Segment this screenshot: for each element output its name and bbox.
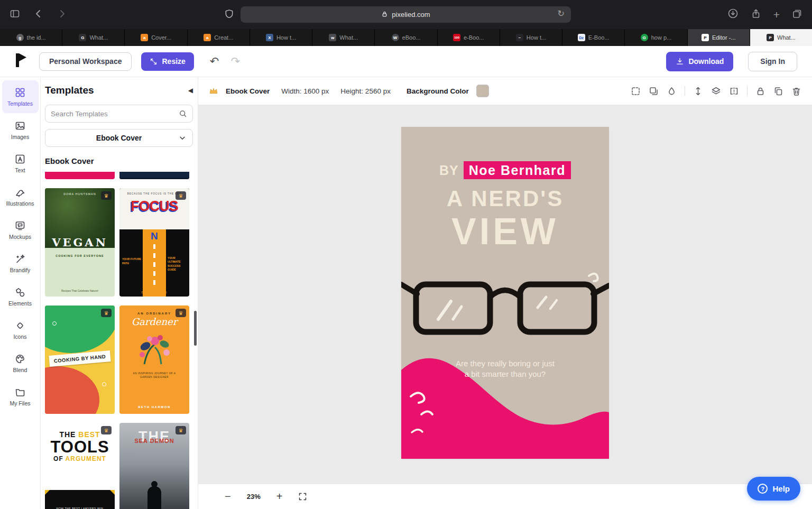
panel-title: Templates: [45, 85, 94, 96]
layers-icon[interactable]: [711, 86, 721, 96]
sidebar-item-brandify[interactable]: Brandify: [2, 247, 39, 280]
template-thumb-gardener[interactable]: ♛ AN ORDINARY Gardener AN INSPIRING JOUR…: [119, 306, 189, 414]
height-label: Height: 2560 px: [340, 87, 391, 95]
downloads-icon[interactable]: [727, 8, 739, 21]
browser-tab[interactable]: PWhat...: [750, 29, 812, 46]
address-bar[interactable]: pixelied.com ↻: [241, 6, 571, 23]
cover-title-line1[interactable]: A NERD'S: [401, 186, 609, 211]
tab-favicon: G: [641, 34, 648, 41]
back-icon[interactable]: [34, 9, 43, 21]
delete-icon[interactable]: [791, 86, 801, 96]
browser-tab[interactable]: aCover...: [125, 29, 187, 46]
tab-favicon: P: [767, 34, 774, 41]
search-box[interactable]: [45, 105, 193, 123]
sidebar-item-label: Blend: [13, 367, 27, 373]
zoom-in-button[interactable]: +: [276, 491, 283, 503]
brandify-icon: [15, 254, 25, 264]
cover-title-line2[interactable]: VIEW: [401, 210, 609, 253]
premium-crown-icon: ♛: [176, 309, 186, 317]
flip-vertical-icon[interactable]: [693, 86, 703, 96]
browser-tab[interactable]: DzE-Boo...: [562, 29, 625, 46]
canvas[interactable]: BYNoe Bernhard A NERD'S VIEW: [198, 105, 812, 484]
workspace-button[interactable]: Personal Workspace: [39, 52, 132, 71]
ebook-cover-artboard[interactable]: BYNoe Bernhard A NERD'S VIEW: [401, 127, 609, 459]
lock-icon: [381, 11, 388, 19]
panel-scrollbar[interactable]: [194, 311, 197, 346]
thumb-text: SEA DEMON: [134, 438, 174, 444]
search-input[interactable]: [51, 110, 174, 118]
new-tab-icon[interactable]: +: [773, 9, 780, 20]
sidebar: Templates Images Text Illustrations Mock…: [0, 77, 41, 509]
template-thumb-partial[interactable]: [119, 172, 189, 179]
redo-icon[interactable]: ↷: [230, 55, 240, 68]
cover-by-text: BY: [439, 163, 459, 178]
flip-horizontal-icon[interactable]: [729, 86, 739, 96]
template-thumb-sea-demon[interactable]: ♛ THE SEA DEMON MEREDITH MOORE: [119, 423, 189, 509]
lock-icon[interactable]: [755, 86, 765, 96]
duplicate-page-icon[interactable]: [649, 86, 659, 96]
sidebar-item-blend[interactable]: Blend: [2, 347, 39, 380]
signin-button[interactable]: Sign In: [748, 52, 797, 71]
category-selected: Ebook Cover: [96, 134, 142, 142]
tab-favicon: a: [141, 34, 148, 41]
browser-tab[interactable]: GWhat...: [62, 29, 125, 46]
browser-tab[interactable]: WeBoo...: [375, 29, 437, 46]
premium-crown-icon: ♛: [176, 191, 186, 200]
sidebar-toggle-icon[interactable]: [10, 8, 20, 21]
position-icon[interactable]: [631, 86, 641, 96]
template-thumb-vegan[interactable]: ♛ DORA HUNTSMAN VEGAN COOKING FOR EVERYO…: [45, 188, 115, 297]
images-icon: [15, 121, 25, 131]
sidebar-item-elements[interactable]: Elements: [2, 280, 39, 313]
privacy-shield-icon[interactable]: [224, 8, 234, 22]
collapse-panel-icon[interactable]: ◀: [188, 87, 193, 94]
category-dropdown[interactable]: Ebook Cover: [45, 129, 193, 147]
glasses-illustration[interactable]: [401, 269, 609, 358]
help-button[interactable]: ? Help: [747, 477, 800, 501]
cover-subtitle-line1: Are they really boring or just: [401, 358, 609, 369]
thumb-text: DORA HUNTSMAN: [63, 192, 96, 196]
refresh-icon[interactable]: ↻: [558, 8, 565, 18]
resize-button[interactable]: Resize: [141, 52, 193, 71]
browser-tab[interactable]: ~How t...: [500, 29, 562, 46]
copy-icon[interactable]: [773, 86, 783, 96]
search-icon: [179, 109, 187, 118]
browser-tab[interactable]: aCreat...: [188, 29, 250, 46]
browser-tab[interactable]: Ghow p...: [625, 29, 687, 46]
thumb-text: FOCUS: [131, 198, 178, 215]
undo-icon[interactable]: ↶: [210, 55, 219, 68]
tab-overview-icon[interactable]: [792, 8, 802, 21]
fullscreen-icon[interactable]: [298, 492, 307, 501]
template-thumb-tools[interactable]: ♛ THE BEST TOOLS OF ARGUMENT HOW THE BES…: [45, 423, 115, 509]
download-button[interactable]: Download: [666, 52, 733, 71]
thumb-text: BECAUSE THE FOCUS IS THE KEY: [127, 192, 182, 195]
browser-tab[interactable]: gthe id...: [0, 29, 62, 46]
cover-subtitle[interactable]: Are they really boring or just a bit sma…: [401, 358, 609, 380]
sidebar-item-text[interactable]: Text: [2, 147, 39, 180]
browser-tab-active[interactable]: PEditor -...: [688, 29, 750, 46]
template-thumb-focus[interactable]: ♛ BECAUSE THE FOCUS IS THE KEY FOCUS N Y…: [119, 188, 189, 297]
template-thumb-cooking[interactable]: ♛ COOKING BY HAND: [45, 306, 115, 414]
forward-icon[interactable]: [57, 9, 67, 21]
sidebar-item-images[interactable]: Images: [2, 114, 39, 146]
download-label: Download: [688, 57, 724, 66]
tab-bar: gthe id... GWhat... aCover... aCreat... …: [0, 29, 812, 46]
zoom-out-button[interactable]: −: [225, 491, 231, 503]
tab-favicon: P: [702, 34, 709, 41]
browser-tab[interactable]: wWhat...: [312, 29, 375, 46]
cover-byline[interactable]: BYNoe Bernhard: [401, 163, 609, 178]
templates-icon: [15, 87, 25, 98]
share-icon[interactable]: [751, 8, 761, 21]
sidebar-item-mockups[interactable]: Mockups: [2, 214, 39, 246]
template-thumb-partial[interactable]: [45, 172, 115, 179]
browser-tab[interactable]: 100e-Boo...: [438, 29, 500, 46]
sidebar-item-my-files[interactable]: My Files: [2, 380, 39, 413]
browser-tab[interactable]: XHow t...: [250, 29, 312, 46]
blob-icon[interactable]: [667, 86, 677, 96]
sidebar-item-illustrations[interactable]: Illustrations: [2, 180, 39, 213]
flowers-illustration: [134, 332, 175, 366]
pixelied-logo[interactable]: [15, 53, 27, 70]
sidebar-item-label: Brandify: [10, 267, 31, 273]
sidebar-item-templates[interactable]: Templates: [2, 80, 39, 113]
background-color-swatch[interactable]: [476, 85, 489, 97]
sidebar-item-icons[interactable]: Icons: [2, 313, 39, 346]
